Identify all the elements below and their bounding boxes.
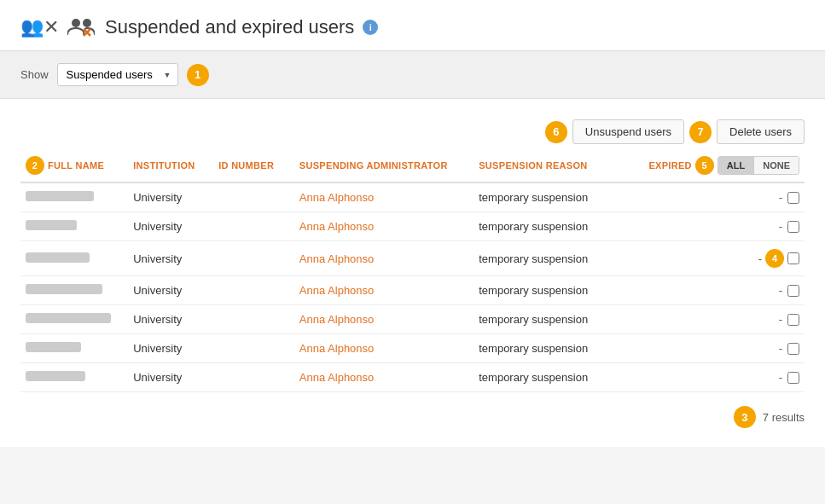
- cell-expired: -: [636, 182, 805, 212]
- admin-link[interactable]: Anna Alphonso: [299, 371, 374, 384]
- callout-badge-3: 3: [734, 406, 756, 428]
- row-checkbox[interactable]: [787, 221, 799, 233]
- table-row: UniversityAnna Alphonsotemporary suspens…: [20, 212, 805, 241]
- cell-institution: University: [128, 363, 213, 392]
- col-header-expired: EXPIRED 5 ALL NONE: [636, 149, 805, 182]
- cell-reason: temporary suspension: [474, 363, 635, 392]
- users-table: 2 FULL NAME INSTITUTION ID NUMBER SUSPEN…: [20, 149, 805, 392]
- cell-reason: temporary suspension: [474, 276, 635, 305]
- page-title: Suspended and expired users: [105, 16, 354, 38]
- row-checkbox[interactable]: [787, 192, 799, 204]
- cell-admin: Anna Alphonso: [294, 363, 474, 392]
- cell-name: [20, 363, 128, 392]
- cell-idnumber: [213, 241, 294, 276]
- cell-name: [20, 212, 128, 241]
- row-checkbox[interactable]: [787, 314, 799, 326]
- col-header-institution: INSTITUTION: [128, 149, 213, 182]
- cell-name: [20, 305, 128, 334]
- callout-badge-7: 7: [689, 121, 712, 143]
- admin-link[interactable]: Anna Alphonso: [299, 220, 374, 233]
- col-header-idnumber: ID NUMBER: [213, 149, 294, 182]
- results-row: 3 7 results: [20, 392, 805, 433]
- cell-institution: University: [128, 212, 213, 241]
- cell-reason: temporary suspension: [474, 182, 635, 212]
- cell-reason: temporary suspension: [474, 305, 635, 334]
- cell-expired: -: [636, 212, 805, 241]
- cell-institution: University: [128, 305, 213, 334]
- row-checkbox[interactable]: [787, 343, 799, 355]
- admin-link[interactable]: Anna Alphonso: [299, 252, 374, 265]
- cell-idnumber: [213, 276, 294, 305]
- cell-reason: temporary suspension: [474, 212, 635, 241]
- table-row: UniversityAnna Alphonsotemporary suspens…: [20, 182, 805, 212]
- admin-link[interactable]: Anna Alphonso: [299, 342, 374, 355]
- page-header: 👥✕ Suspended and expired users i: [0, 0, 825, 51]
- cell-institution: University: [128, 334, 213, 363]
- admin-link[interactable]: Anna Alphonso: [299, 284, 374, 297]
- row-checkbox[interactable]: [787, 372, 799, 384]
- cell-idnumber: [213, 305, 294, 334]
- cell-institution: University: [128, 276, 213, 305]
- cell-expired: - 4: [636, 241, 805, 276]
- cell-idnumber: [213, 212, 294, 241]
- results-count: 7 results: [763, 411, 805, 424]
- cell-idnumber: [213, 182, 294, 212]
- svg-point-0: [72, 19, 80, 27]
- cell-expired: -: [636, 305, 805, 334]
- cell-admin: Anna Alphonso: [294, 212, 474, 241]
- callout-badge-1: 1: [187, 64, 209, 86]
- cell-admin: Anna Alphonso: [294, 305, 474, 334]
- toggle-none-button[interactable]: NONE: [753, 157, 799, 174]
- unsuspend-users-button[interactable]: Unsuspend users: [572, 119, 684, 144]
- table-row: UniversityAnna Alphonsotemporary suspens…: [20, 305, 805, 334]
- delete-users-button[interactable]: Delete users: [717, 119, 805, 144]
- info-icon[interactable]: i: [363, 20, 378, 35]
- users-icon: 👥✕: [20, 16, 59, 38]
- header-icon-x: [67, 15, 95, 38]
- cell-expired: -: [636, 276, 805, 305]
- toggle-all-button[interactable]: ALL: [718, 157, 753, 174]
- cell-name: [20, 241, 128, 276]
- svg-point-1: [83, 19, 91, 27]
- col-header-reason: SUSPENSION REASON: [474, 149, 635, 182]
- table-row: UniversityAnna Alphonsotemporary suspens…: [20, 363, 805, 392]
- table-row: UniversityAnna Alphonsotemporary suspens…: [20, 241, 805, 276]
- cell-idnumber: [213, 334, 294, 363]
- cell-expired: -: [636, 334, 805, 363]
- main-content: 6 Unsuspend users 7 Delete users 2 FULL …: [0, 99, 825, 447]
- row-checkbox[interactable]: [787, 252, 799, 264]
- cell-admin: Anna Alphonso: [294, 182, 474, 212]
- filter-bar: Show Suspended users Expired users All 1: [0, 51, 825, 99]
- col-header-fullname: 2 FULL NAME: [20, 149, 128, 182]
- cell-reason: temporary suspension: [474, 334, 635, 363]
- col-header-admin: SUSPENDING ADMINISTRATOR: [294, 149, 474, 182]
- cell-institution: University: [128, 241, 213, 276]
- admin-link[interactable]: Anna Alphonso: [299, 313, 374, 326]
- cell-institution: University: [128, 182, 213, 212]
- cell-admin: Anna Alphonso: [294, 334, 474, 363]
- callout-badge-5: 5: [695, 156, 714, 175]
- table-row: UniversityAnna Alphonsotemporary suspens…: [20, 334, 805, 363]
- callout-badge-2: 2: [26, 156, 44, 175]
- cell-admin: Anna Alphonso: [294, 276, 474, 305]
- admin-link[interactable]: Anna Alphonso: [299, 191, 374, 204]
- row-checkbox[interactable]: [787, 285, 799, 297]
- table-row: UniversityAnna Alphonsotemporary suspens…: [20, 276, 805, 305]
- show-filter-select[interactable]: Suspended users Expired users All: [57, 63, 178, 86]
- show-label: Show: [20, 68, 49, 81]
- callout-badge-4: 4: [765, 249, 784, 268]
- cell-expired: -: [636, 363, 805, 392]
- cell-name: [20, 182, 128, 212]
- callout-badge-6: 6: [545, 121, 567, 143]
- cell-idnumber: [213, 363, 294, 392]
- cell-reason: temporary suspension: [474, 241, 635, 276]
- all-none-toggle[interactable]: ALL NONE: [718, 156, 799, 175]
- cell-name: [20, 276, 128, 305]
- cell-admin: Anna Alphonso: [294, 241, 474, 276]
- show-filter-wrapper[interactable]: Suspended users Expired users All: [57, 63, 178, 86]
- cell-name: [20, 334, 128, 363]
